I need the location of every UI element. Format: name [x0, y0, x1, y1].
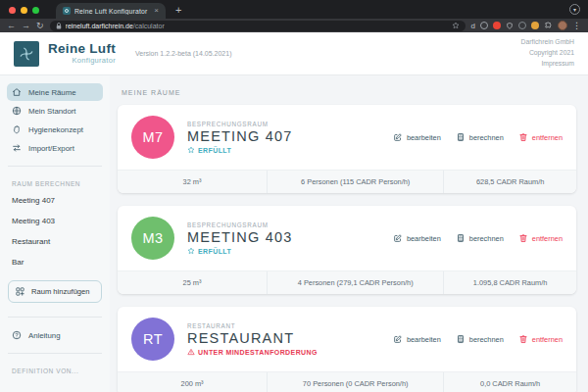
back-button[interactable]: ←: [7, 22, 16, 30]
imprint-link[interactable]: Impressum: [521, 59, 574, 70]
edit-icon: [393, 233, 403, 243]
tab-close-icon[interactable]: ×: [154, 7, 159, 15]
remove-button[interactable]: entfernen: [518, 132, 563, 142]
sidebar-divider: [8, 317, 102, 318]
bookmark-star-icon[interactable]: [452, 22, 460, 29]
calculator-icon: [456, 233, 466, 243]
edit-button[interactable]: bearbeiten: [393, 132, 441, 142]
version-label: Version 1.2.2-beta (14.05.2021): [135, 50, 231, 57]
extension-record-icon[interactable]: [493, 22, 501, 29]
extension-orange-icon[interactable]: [531, 22, 539, 29]
status-badge: UNTER MINDESTANFORDERUNG: [187, 348, 380, 356]
edit-icon: [393, 334, 403, 344]
star-icon: [187, 247, 195, 255]
sidebar-item-hygienekonzept[interactable]: Hygienekonzept: [7, 121, 103, 138]
trash-icon: [518, 334, 528, 344]
extension-shield-icon[interactable]: [506, 22, 514, 30]
remove-button[interactable]: entfernen: [518, 233, 563, 243]
sidebar-divider: [8, 166, 102, 167]
room-stats: 32 m³ 6 Personen (115 CADR Person/h) 628…: [118, 170, 576, 193]
browser-menu-icon[interactable]: ⋮: [572, 22, 581, 30]
sidebar-item-label: Meine Räume: [28, 88, 76, 97]
sidebar-room-meeting-407[interactable]: Meeting 407: [0, 190, 110, 211]
app-header: Reine Luft Konfigurator Version 1.2.2-be…: [0, 32, 588, 75]
swap-arrows-icon: [12, 143, 22, 153]
browser-tab[interactable]: Reine Luft Konfigurator ×: [56, 3, 166, 19]
sidebar-item-anleitung[interactable]: Anleitung: [7, 326, 103, 344]
page-title: MEINE RÄUME: [122, 89, 576, 96]
stat-volume: 25 m³: [118, 271, 267, 294]
new-tab-button[interactable]: +: [175, 5, 181, 16]
status-badge: ERFÜLLT: [187, 247, 380, 255]
room-card-meeting-403: M3 BESPRECHUNGSRAUM MEETING 403 ERFÜLLT …: [118, 206, 576, 294]
calculate-button[interactable]: berechnen: [456, 132, 504, 142]
help-circle-icon: [12, 330, 22, 340]
room-card-meeting-407: M7 BESPRECHUNGSRAUM MEETING 407 ERFÜLLT …: [118, 105, 576, 193]
edit-button[interactable]: bearbeiten: [393, 334, 441, 344]
room-title: MEETING 407: [187, 128, 380, 144]
brand: Reine Luft Konfigurator: [48, 42, 116, 65]
room-type-label: BESPRECHUNGSRAUM: [187, 221, 380, 228]
browser-window: Reine Luft Konfigurator × + ▾ ← → ↻ rein…: [0, 0, 588, 392]
url-text: reineluft.darfichrein.de/calculator: [66, 23, 165, 29]
extension-d-icon[interactable]: d: [471, 22, 475, 30]
fullscreen-window-button[interactable]: [32, 7, 39, 14]
edit-icon: [393, 132, 403, 142]
room-title: RESTAURANT: [187, 330, 380, 346]
add-grid-icon: [15, 286, 25, 297]
extension-gray-icon[interactable]: [518, 22, 526, 29]
add-room-label: Raum hinzufügen: [31, 287, 90, 296]
reload-button[interactable]: ↻: [36, 22, 44, 30]
stat-persons: 4 Personen (279,1 CADR Person/h): [267, 271, 443, 294]
extension-circle-icon[interactable]: [480, 22, 488, 29]
calculate-button[interactable]: berechnen: [456, 334, 504, 344]
extension-icons: d ⋮: [471, 21, 581, 30]
sidebar-room-restaurant[interactable]: Restaurant: [0, 231, 110, 252]
sidebar-item-import-export[interactable]: Import/Export: [7, 139, 103, 157]
sidebar-room-meeting-403[interactable]: Meeting 403: [0, 211, 110, 231]
app-subtitle: Konfigurator: [73, 56, 116, 65]
add-room-button[interactable]: Raum hinzufügen: [8, 280, 102, 303]
room-avatar: M7: [131, 116, 174, 159]
sidebar-room-bar[interactable]: Bar: [0, 252, 110, 272]
stat-volume: 200 m³: [118, 372, 267, 392]
room-title: MEETING 403: [187, 229, 380, 245]
forward-button[interactable]: →: [22, 22, 30, 30]
calculator-icon: [456, 132, 466, 142]
minimize-window-button[interactable]: [21, 7, 27, 14]
sidebar-item-label: Hygienekonzept: [28, 125, 83, 134]
room-stats: 25 m³ 4 Personen (279,1 CADR Person/h) 1…: [118, 270, 576, 294]
room-type-label: RESTAURANT: [187, 322, 380, 329]
browser-toolbar: ← → ↻ reineluft.darfichrein.de/calculato…: [0, 19, 588, 32]
home-icon: [12, 87, 22, 97]
sidebar-section-definition: DEFINITION VON...: [0, 363, 110, 377]
room-type-label: BESPRECHUNGSRAUM: [187, 121, 380, 127]
tab-search-chevron-icon[interactable]: ▾: [569, 4, 580, 15]
warning-icon: [187, 348, 195, 356]
room-avatar: RT: [131, 318, 174, 361]
remove-button[interactable]: entfernen: [518, 334, 563, 344]
copyright-label: Copyright 2021: [521, 48, 574, 59]
sidebar-item-meine-raeume[interactable]: Meine Räume: [7, 83, 103, 101]
sidebar-item-label: Mein Standort: [28, 107, 76, 116]
trash-icon: [518, 233, 528, 243]
star-icon: [187, 146, 195, 154]
room-avatar: M3: [131, 217, 174, 260]
profile-avatar[interactable]: [558, 21, 567, 30]
stat-persons: 6 Personen (115 CADR Person/h): [267, 171, 443, 193]
app-name: Reine Luft: [48, 42, 116, 56]
lock-icon: [56, 23, 62, 29]
url-bar[interactable]: reineluft.darfichrein.de/calculator: [50, 21, 466, 31]
sidebar-item-mein-standort[interactable]: Mein Standort: [7, 102, 103, 120]
extensions-puzzle-icon[interactable]: [544, 22, 553, 30]
sidebar-item-label: Import/Export: [28, 144, 74, 153]
close-window-button[interactable]: [9, 7, 16, 14]
stat-cadr: 1.095,8 CADR Raum/h: [443, 271, 576, 294]
globe-icon: [12, 106, 22, 116]
sidebar-section-raum-berechnen: RAUM BERECHNEN: [0, 175, 110, 190]
sidebar-item-label: Anleitung: [28, 331, 61, 340]
edit-button[interactable]: bearbeiten: [393, 233, 441, 243]
tab-strip: Reine Luft Konfigurator × + ▾: [0, 0, 588, 19]
calculate-button[interactable]: berechnen: [456, 233, 504, 243]
company-name: Darfichrein GmbH: [521, 37, 574, 48]
